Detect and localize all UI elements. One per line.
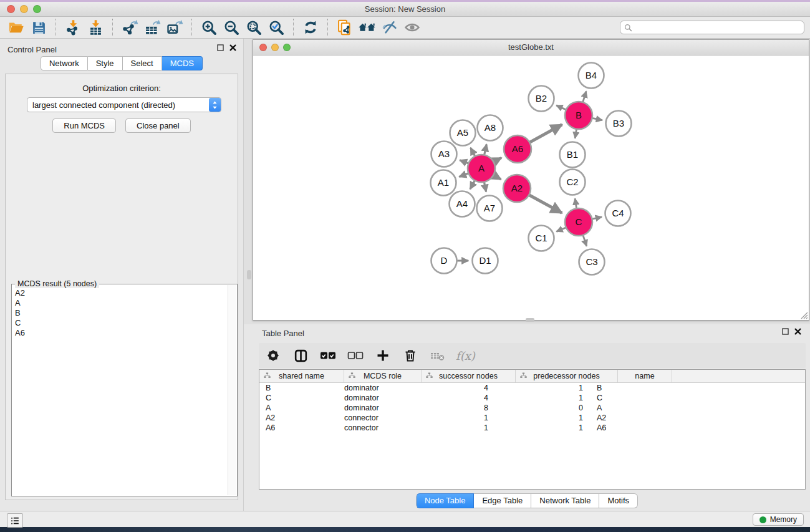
node-D[interactable]: D bbox=[432, 248, 457, 274]
new-network-from-selection-button[interactable] bbox=[334, 17, 356, 37]
edge-A6-B[interactable] bbox=[529, 125, 562, 143]
close-panel-button[interactable]: Close panel bbox=[125, 118, 191, 133]
resize-grip-icon[interactable] bbox=[800, 311, 808, 319]
node-A6[interactable]: A6 bbox=[504, 135, 531, 163]
table-row[interactable]: Adominator80A bbox=[259, 403, 805, 413]
node-A4[interactable]: A4 bbox=[450, 191, 475, 217]
deselect-all-button[interactable] bbox=[346, 346, 365, 365]
zoom-in-button[interactable] bbox=[198, 17, 220, 37]
refresh-network-button[interactable] bbox=[299, 17, 322, 37]
horizontal-scroll-thumb[interactable] bbox=[526, 318, 534, 322]
export-image-button[interactable] bbox=[163, 17, 186, 37]
export-table-button[interactable] bbox=[141, 17, 163, 37]
column-header-predecessor-nodes[interactable]: predecessor nodes bbox=[516, 370, 618, 382]
node-C1[interactable]: C1 bbox=[529, 226, 554, 251]
zoom-out-button[interactable] bbox=[220, 17, 243, 37]
edge-A-A1[interactable] bbox=[459, 173, 468, 177]
edge-C-C3[interactable] bbox=[583, 235, 587, 246]
open-file-button[interactable] bbox=[5, 17, 27, 37]
tab-network[interactable]: Network bbox=[41, 56, 88, 70]
node-A2[interactable]: A2 bbox=[503, 175, 531, 202]
zoom-fit-button[interactable] bbox=[243, 17, 265, 37]
delete-button[interactable] bbox=[401, 346, 420, 365]
tab-network-table[interactable]: Network Table bbox=[531, 493, 599, 508]
edge-A-A2[interactable] bbox=[493, 175, 501, 180]
edge-A-A6[interactable] bbox=[493, 158, 501, 162]
node-B2[interactable]: B2 bbox=[529, 86, 554, 112]
node-C4[interactable]: C4 bbox=[605, 201, 631, 226]
node-C2[interactable]: C2 bbox=[560, 170, 586, 195]
search-input[interactable] bbox=[632, 22, 804, 32]
vertical-scroll-thumb[interactable] bbox=[247, 270, 251, 279]
node-A3[interactable]: A3 bbox=[432, 142, 457, 167]
mcds-result-item[interactable]: A2 bbox=[13, 288, 228, 298]
node-B3[interactable]: B3 bbox=[606, 111, 632, 137]
edge-B-B3[interactable] bbox=[592, 118, 602, 120]
import-network-button[interactable] bbox=[62, 17, 84, 37]
columns-button[interactable] bbox=[291, 346, 310, 365]
edge-A-A7[interactable] bbox=[484, 182, 486, 192]
close-window-button[interactable] bbox=[7, 5, 15, 13]
table-row[interactable]: A2connector11A2 bbox=[259, 413, 805, 423]
tab-node-table[interactable]: Node Table bbox=[416, 493, 475, 508]
network-canvas[interactable]: B4B2BB3A8A5A6A3B1AA1C2A2A4A7C4CC1C3DD1 bbox=[254, 56, 808, 319]
select-all-button[interactable] bbox=[319, 346, 337, 365]
first-neighbors-button[interactable] bbox=[356, 17, 378, 37]
node-A8[interactable]: A8 bbox=[478, 115, 503, 141]
edge-C-C1[interactable] bbox=[556, 228, 566, 232]
minimize-window-button[interactable] bbox=[20, 5, 28, 13]
edge-B-B2[interactable] bbox=[556, 105, 566, 110]
mcds-result-item[interactable]: A bbox=[13, 298, 228, 308]
import-table-button[interactable] bbox=[84, 17, 107, 37]
save-session-button[interactable] bbox=[27, 17, 50, 37]
close-panel-icon[interactable] bbox=[229, 44, 237, 52]
node-D1[interactable]: D1 bbox=[473, 248, 498, 274]
show-all-button[interactable] bbox=[401, 17, 423, 37]
settings-button[interactable] bbox=[264, 346, 282, 365]
table-row[interactable]: Cdominator41C bbox=[259, 393, 805, 403]
node-A7[interactable]: A7 bbox=[477, 196, 503, 221]
mcds-result-item[interactable]: B bbox=[13, 308, 228, 318]
export-network-button[interactable] bbox=[118, 17, 141, 37]
create-button[interactable] bbox=[374, 346, 392, 365]
criterion-dropdown[interactable]: largest connected component (directed) bbox=[27, 97, 221, 112]
network-minimize-button[interactable] bbox=[271, 44, 279, 51]
run-mcds-button[interactable]: Run MCDS bbox=[52, 118, 116, 133]
tab-select[interactable]: Select bbox=[123, 56, 162, 70]
node-B4[interactable]: B4 bbox=[579, 63, 604, 89]
node-A[interactable]: A bbox=[468, 155, 495, 182]
hide-selected-button[interactable] bbox=[378, 17, 401, 37]
edge-B-B1[interactable] bbox=[575, 129, 576, 138]
node-B1[interactable]: B1 bbox=[560, 142, 586, 168]
tab-style[interactable]: Style bbox=[88, 56, 123, 70]
node-A5[interactable]: A5 bbox=[450, 120, 476, 146]
table-row[interactable]: Bdominator41B bbox=[259, 383, 805, 393]
edge-A-A4[interactable] bbox=[470, 180, 475, 189]
delete-table-button[interactable] bbox=[428, 346, 447, 365]
node-C[interactable]: C bbox=[565, 208, 592, 236]
tab-mcds[interactable]: MCDS bbox=[162, 56, 203, 70]
edge-C-C2[interactable] bbox=[575, 198, 577, 208]
edge-C-C4[interactable] bbox=[592, 217, 602, 219]
network-maximize-button[interactable] bbox=[283, 44, 291, 51]
table-row[interactable]: A6connector11A6 bbox=[259, 423, 805, 433]
edge-A-A8[interactable] bbox=[485, 144, 487, 155]
tab-edge-table[interactable]: Edge Table bbox=[474, 493, 531, 508]
column-header-name[interactable]: name bbox=[618, 370, 672, 382]
node-A1[interactable]: A1 bbox=[431, 170, 456, 196]
search-box[interactable] bbox=[620, 21, 804, 34]
tab-motifs[interactable]: Motifs bbox=[599, 493, 638, 508]
edge-A-A5[interactable] bbox=[471, 148, 475, 157]
result-scrollbar[interactable] bbox=[228, 285, 236, 495]
node-B[interactable]: B bbox=[565, 102, 592, 129]
float-panel-icon[interactable] bbox=[216, 44, 224, 52]
network-close-button[interactable] bbox=[259, 44, 267, 51]
edge-B-B4[interactable] bbox=[583, 91, 587, 102]
node-C3[interactable]: C3 bbox=[579, 249, 605, 275]
column-header-shared-name[interactable]: shared name bbox=[259, 370, 344, 382]
show-panels-button[interactable] bbox=[7, 513, 23, 528]
close-table-panel-icon[interactable] bbox=[794, 327, 802, 336]
edge-A2-C[interactable] bbox=[529, 195, 562, 213]
column-header-MCDS-role[interactable]: MCDS role bbox=[344, 370, 422, 382]
column-header-successor-nodes[interactable]: successor nodes bbox=[422, 370, 516, 382]
